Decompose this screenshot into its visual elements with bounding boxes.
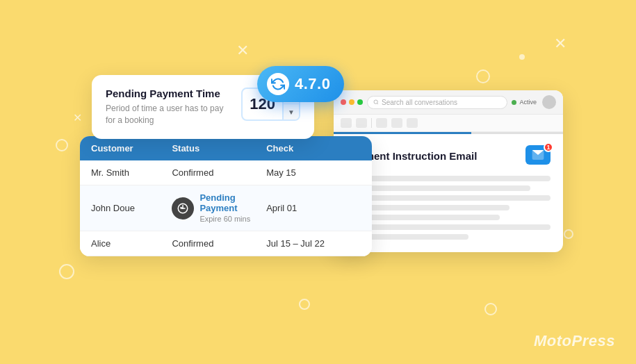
browser-dots bbox=[341, 99, 363, 105]
table-row-pending: John Doue Pending Payment Expire 60 mins… bbox=[80, 185, 372, 231]
col-checkin: Check bbox=[266, 143, 361, 154]
checkin-date: May 15 bbox=[266, 167, 361, 178]
decrement-button[interactable]: ▼ bbox=[284, 104, 299, 119]
pending-payment-icon bbox=[172, 197, 194, 220]
active-label: Active bbox=[519, 99, 537, 106]
notification-badge: 1 bbox=[544, 142, 553, 152]
customer-john: John Doue bbox=[91, 203, 172, 213]
pending-expire-text: Expire 60 mins bbox=[199, 215, 250, 223]
customer-name: Mr. Smith bbox=[91, 167, 172, 178]
avatar bbox=[542, 95, 556, 109]
toolbar-btn-2[interactable] bbox=[356, 118, 367, 128]
customer-alice: Alice bbox=[91, 238, 172, 249]
pending-badge: Pending Payment Expire 60 mins bbox=[172, 192, 266, 224]
deco-x-1: ✕ bbox=[236, 42, 249, 60]
dot-maximize bbox=[357, 99, 363, 105]
version-label: 4.7.0 bbox=[295, 75, 330, 93]
pending-payment-cell: Pending Payment Expire 60 mins bbox=[172, 192, 266, 224]
email-lines bbox=[346, 176, 551, 240]
col-customer: Customer bbox=[91, 143, 172, 154]
deco-dot-2 bbox=[519, 54, 525, 60]
email-title-row: Payment Instruction Email 1 bbox=[346, 145, 551, 166]
dot-minimize bbox=[349, 99, 354, 105]
version-icon bbox=[267, 73, 289, 95]
active-indicator bbox=[512, 100, 516, 105]
email-toolbar bbox=[334, 115, 563, 132]
status-confirmed: Confirmed bbox=[172, 167, 266, 178]
deco-x-2: ✕ bbox=[554, 35, 566, 53]
pending-card-title: Pending Payment Time bbox=[106, 88, 233, 99]
toolbar-btn-5[interactable] bbox=[407, 118, 418, 128]
browser-search-bar[interactable]: Search all conversations bbox=[367, 96, 507, 109]
toolbar-btn-1[interactable] bbox=[341, 118, 352, 128]
deco-circle-3 bbox=[299, 299, 310, 310]
dot-close bbox=[341, 99, 346, 105]
browser-active: Active bbox=[512, 95, 556, 109]
pending-status-text: Pending Payment bbox=[199, 192, 266, 213]
browser-bar: Search all conversations Active bbox=[334, 90, 563, 115]
toolbar-btn-4[interactable] bbox=[391, 118, 402, 128]
svg-line-3 bbox=[377, 104, 378, 104]
email-line-2 bbox=[346, 185, 530, 191]
deco-x-3: ✕ bbox=[73, 111, 82, 124]
table-header: Customer Status Check bbox=[80, 136, 372, 160]
email-line-6 bbox=[346, 224, 551, 230]
svg-point-2 bbox=[374, 100, 377, 104]
bookings-table-card: Customer Status Check Mr. Smith Confirme… bbox=[80, 136, 372, 256]
status-alice: Confirmed bbox=[172, 238, 266, 249]
deco-circle-6 bbox=[484, 303, 497, 315]
pending-card-text: Pending Payment Time Period of time a us… bbox=[106, 88, 233, 126]
table-row: Mr. Smith Confirmed May 15 bbox=[80, 160, 372, 185]
deco-circle-2 bbox=[59, 264, 74, 279]
email-line-3 bbox=[346, 195, 551, 201]
version-badge: 4.7.0 bbox=[257, 66, 344, 102]
toolbar-divider bbox=[371, 118, 372, 128]
email-line-1 bbox=[346, 176, 551, 181]
checkin-john: April 01 bbox=[266, 203, 361, 213]
pending-card-desc: Period of time a user has to pay for a b… bbox=[106, 103, 233, 126]
browser-search-text: Search all conversations bbox=[382, 99, 457, 106]
pending-label: Pending Payment Expire 60 mins bbox=[199, 192, 266, 224]
deco-circle-4 bbox=[564, 229, 573, 239]
email-icon-badge: 1 bbox=[525, 145, 551, 166]
watermark: MotoPress bbox=[534, 332, 615, 350]
deco-circle-5 bbox=[476, 69, 490, 83]
col-status: Status bbox=[172, 143, 266, 154]
deco-circle-1 bbox=[56, 139, 68, 151]
table-row-alice: Alice Confirmed Jul 15 – Jul 22 bbox=[80, 231, 372, 256]
checkin-alice: Jul 15 – Jul 22 bbox=[266, 238, 361, 249]
toolbar-btn-3[interactable] bbox=[376, 118, 387, 128]
